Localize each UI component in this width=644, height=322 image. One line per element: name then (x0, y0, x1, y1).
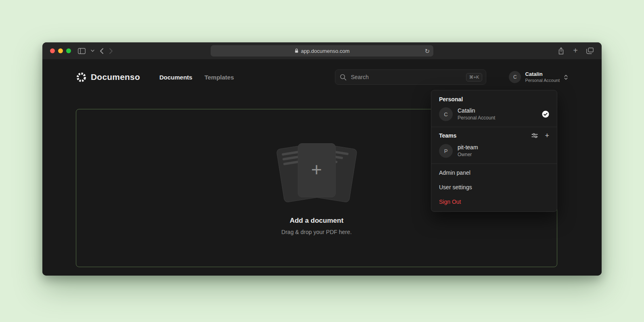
menu-item-admin-panel[interactable]: Admin panel (431, 165, 557, 180)
app-content: Documenso Documents Templates ⌘+K C (42, 60, 602, 276)
teams-section-header: Teams + (431, 129, 557, 141)
primary-nav: Documents Templates (159, 74, 234, 81)
account-name: Catalin (525, 71, 560, 77)
sidebar-toggle-icon[interactable] (78, 48, 86, 54)
toolbar-right-group: + (558, 47, 594, 55)
nav-templates[interactable]: Templates (205, 74, 234, 81)
menu-item-user-settings[interactable]: User settings (431, 180, 557, 194)
documenso-logo-icon (76, 72, 87, 83)
chevron-up-down-icon (564, 74, 568, 80)
url-text: app.documenso.com (301, 48, 350, 54)
traffic-lights (50, 48, 71, 53)
address-bar[interactable]: app.documenso.com ↻ (211, 45, 433, 56)
avatar: P (439, 144, 453, 158)
search-input[interactable] (350, 73, 462, 81)
new-tab-icon[interactable]: + (573, 46, 578, 54)
search-shortcut-badge: ⌘+K (466, 73, 483, 82)
personal-account-name: Catalin (458, 107, 495, 114)
document-card-add: + (298, 143, 336, 197)
team-preferences-icon[interactable] (531, 133, 538, 138)
teams-section-label: Teams (439, 132, 456, 139)
team-item[interactable]: P pit-team Owner (431, 141, 557, 163)
dropzone-title: Add a document (290, 217, 343, 225)
avatar: C (439, 107, 453, 121)
check-circle-icon (542, 111, 549, 118)
browser-window: app.documenso.com ↻ + (42, 42, 602, 276)
personal-section-label: Personal (431, 92, 557, 104)
team-name: pit-team (458, 144, 478, 151)
add-team-icon[interactable]: + (545, 132, 549, 139)
account-subtitle: Personal Account (525, 78, 560, 83)
brand[interactable]: Documenso (76, 72, 140, 83)
document-stack-illustration: + (266, 143, 367, 204)
divider (431, 127, 557, 127)
tab-overview-icon[interactable] (586, 48, 594, 54)
forward-icon[interactable] (109, 48, 113, 54)
close-window-button[interactable] (50, 48, 55, 53)
personal-account-subtitle: Personal Account (458, 115, 495, 121)
search-bar[interactable]: ⌘+K (335, 69, 486, 85)
account-dropdown-menu: Personal C Catalin Personal Account Team… (431, 90, 557, 212)
zoom-window-button[interactable] (66, 48, 71, 53)
search-icon (340, 74, 347, 81)
dropzone-subtitle: Drag & drop your PDF here. (281, 229, 351, 235)
minimize-window-button[interactable] (58, 48, 63, 53)
team-role: Owner (458, 152, 478, 157)
dropzone-content: + Add a document Drag & drop your PDF he… (266, 143, 367, 235)
app-header: Documenso Documents Templates ⌘+K C (76, 68, 568, 86)
refresh-icon[interactable]: ↻ (424, 48, 430, 54)
plus-icon: + (311, 160, 322, 179)
back-icon[interactable] (100, 48, 104, 54)
share-icon[interactable] (558, 47, 565, 55)
avatar: C (509, 71, 521, 83)
personal-account-item[interactable]: C Catalin Personal Account (431, 104, 557, 126)
nav-documents[interactable]: Documents (159, 74, 192, 81)
toolbar-nav-group (78, 48, 113, 54)
divider (431, 163, 557, 164)
lock-icon (295, 48, 299, 53)
brand-name: Documenso (91, 72, 140, 82)
chevron-down-icon[interactable] (91, 50, 94, 52)
menu-item-sign-out[interactable]: Sign Out (431, 194, 557, 209)
browser-toolbar: app.documenso.com ↻ + (42, 42, 602, 60)
account-menu-button[interactable]: C Catalin Personal Account (509, 71, 568, 83)
